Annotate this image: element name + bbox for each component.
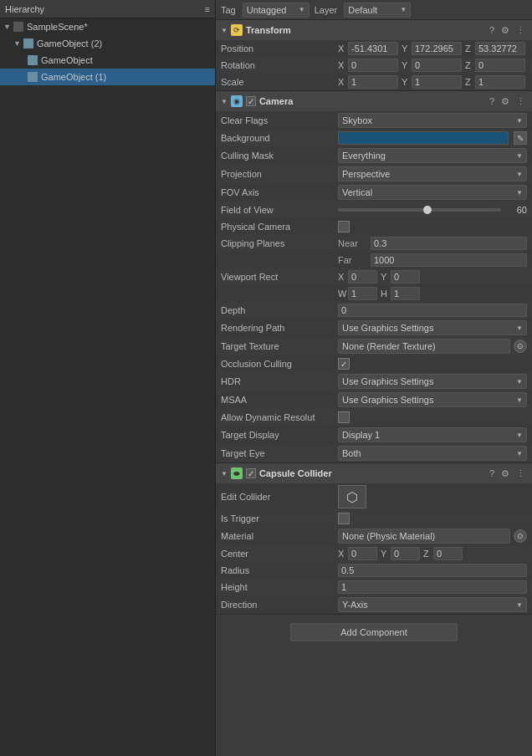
fov-slider-thumb[interactable] (423, 206, 432, 214)
rotation-y-input[interactable] (412, 59, 462, 72)
target-eye-dropdown[interactable]: Both ▼ (338, 446, 527, 461)
camera-enabled-checkbox[interactable] (246, 96, 256, 106)
target-texture-label: Target Texture (221, 341, 338, 351)
hierarchy-menu-icon[interactable]: ≡ (205, 4, 210, 14)
target-texture-select-icon[interactable]: ⊙ (514, 340, 527, 353)
viewport-x-input[interactable] (348, 270, 377, 284)
viewport-xy-group: X Y (338, 270, 527, 284)
near-label: Near (338, 238, 367, 248)
viewport-y-input[interactable] (391, 270, 420, 284)
viewport-x-item: X (338, 270, 377, 284)
height-row: Height (216, 579, 532, 595)
center-y-input[interactable] (391, 547, 420, 560)
scale-x-input[interactable] (348, 75, 398, 89)
capsule-collider-section: ▼ ⬬ Capsule Collider ? ⚙ ⋮ Edit Collider… (216, 463, 532, 615)
position-y-input[interactable] (412, 42, 462, 55)
is-trigger-checkbox[interactable] (338, 513, 350, 524)
position-xyz: X Y Z (338, 42, 527, 55)
layer-dropdown-arrow-icon: ▼ (400, 6, 407, 13)
radius-input[interactable] (338, 564, 527, 577)
clear-flags-dropdown[interactable]: Skybox ▼ (338, 113, 527, 128)
material-select-icon[interactable]: ⊙ (514, 529, 527, 543)
position-z-input[interactable] (475, 42, 525, 55)
camera-menu-icon[interactable]: ⋮ (514, 95, 527, 108)
capsule-help-icon[interactable]: ? (488, 467, 496, 479)
viewport-h-input[interactable] (391, 287, 420, 300)
capsule-menu-icon[interactable]: ⋮ (514, 467, 527, 480)
center-x-input[interactable] (348, 547, 377, 560)
tag-dropdown[interactable]: Untagged ▼ (243, 3, 309, 18)
tree-item-gameobject1[interactable]: GameObject (1) (0, 69, 215, 85)
target-eye-label: Target Eye (221, 448, 338, 458)
clipping-far-input[interactable] (371, 253, 527, 267)
clipping-near-input[interactable] (371, 237, 527, 250)
position-x-label: X (338, 43, 346, 54)
position-x-input[interactable] (348, 42, 398, 55)
fov-slider-track[interactable] (338, 208, 501, 212)
center-x-label: X (338, 549, 346, 559)
camera-help-icon[interactable]: ? (488, 95, 496, 107)
rotation-z-input[interactable] (475, 59, 525, 72)
direction-label: Direction (221, 600, 338, 610)
transform-settings-icon[interactable]: ⚙ (499, 24, 511, 37)
camera-collapse-icon: ▼ (221, 98, 228, 105)
target-eye-arrow-icon: ▼ (516, 450, 523, 457)
scale-label: Scale (221, 77, 338, 87)
physical-camera-row: Physical Camera (216, 218, 532, 235)
capsule-settings-icon[interactable]: ⚙ (499, 467, 511, 480)
edit-collider-button[interactable]: ⬡ (338, 485, 366, 508)
target-display-dropdown[interactable]: Display 1 ▼ (338, 427, 527, 442)
target-texture-text: None (Render Texture) (342, 341, 436, 351)
fov-value: 60 (338, 205, 527, 215)
physical-camera-checkbox[interactable] (338, 221, 350, 232)
scale-z-item: Z (465, 75, 525, 89)
radius-value (338, 564, 527, 577)
hdr-dropdown[interactable]: Use Graphics Settings ▼ (338, 374, 527, 389)
rotation-y-item: Y (402, 59, 462, 72)
tree-item-gameobject2[interactable]: ▼ GameObject (2) (0, 35, 215, 52)
camera-settings-icon[interactable]: ⚙ (499, 95, 511, 108)
direction-dropdown[interactable]: Y-Axis ▼ (338, 597, 527, 612)
viewport-w-input[interactable] (348, 287, 377, 300)
fov-slider-value: 60 (506, 205, 527, 215)
direction-value: Y-Axis ▼ (338, 597, 527, 612)
color-picker-icon[interactable]: ✎ (514, 131, 527, 145)
culling-mask-text: Everything (342, 151, 386, 161)
depth-row: Depth (216, 302, 532, 319)
depth-input[interactable] (338, 304, 527, 317)
background-label: Background (221, 133, 338, 143)
physical-camera-label: Physical Camera (221, 222, 338, 232)
material-dropdown[interactable]: None (Physic Material) (338, 529, 510, 544)
allow-dynamic-checkbox[interactable] (338, 411, 350, 423)
transform-menu-icon[interactable]: ⋮ (514, 24, 527, 37)
camera-header[interactable]: ▼ ◉ Camera ? ⚙ ⋮ (216, 91, 532, 111)
background-color-field[interactable] (338, 131, 509, 145)
layer-dropdown[interactable]: Default ▼ (344, 3, 411, 18)
position-y-label: Y (402, 43, 410, 54)
height-input[interactable] (338, 580, 527, 594)
capsule-collider-header[interactable]: ▼ ⬬ Capsule Collider ? ⚙ ⋮ (216, 463, 532, 483)
capsule-enabled-checkbox[interactable] (246, 468, 256, 478)
target-display-text: Display 1 (342, 430, 380, 440)
transform-help-icon[interactable]: ? (488, 24, 496, 36)
position-row: Position X Y Z (216, 40, 532, 57)
transform-header[interactable]: ▼ ⟳ Transform ? ⚙ ⋮ (216, 20, 532, 40)
center-z-input[interactable] (433, 547, 463, 560)
tag-dropdown-arrow-icon: ▼ (299, 6, 305, 13)
target-texture-dropdown[interactable]: None (Render Texture) (338, 339, 510, 354)
viewport-wh-value: W H (338, 287, 527, 300)
tree-item-samplescene[interactable]: ▼ SampleScene* (0, 18, 215, 35)
occlusion-culling-checkbox[interactable] (338, 358, 350, 370)
culling-mask-dropdown[interactable]: Everything ▼ (338, 148, 527, 163)
tree-item-gameobject[interactable]: GameObject (0, 52, 215, 69)
fov-axis-dropdown[interactable]: Vertical ▼ (338, 185, 527, 200)
msaa-dropdown[interactable]: Use Graphics Settings ▼ (338, 392, 527, 407)
hdr-row: HDR Use Graphics Settings ▼ (216, 372, 532, 391)
add-component-button[interactable]: Add Component (290, 623, 458, 641)
scale-y-input[interactable] (412, 75, 462, 89)
projection-arrow-icon: ▼ (516, 171, 523, 178)
rotation-x-input[interactable] (348, 59, 398, 72)
projection-dropdown[interactable]: Perspective ▼ (338, 166, 527, 181)
scale-z-input[interactable] (475, 75, 525, 89)
rendering-path-dropdown[interactable]: Use Graphics Settings ▼ (338, 320, 527, 335)
